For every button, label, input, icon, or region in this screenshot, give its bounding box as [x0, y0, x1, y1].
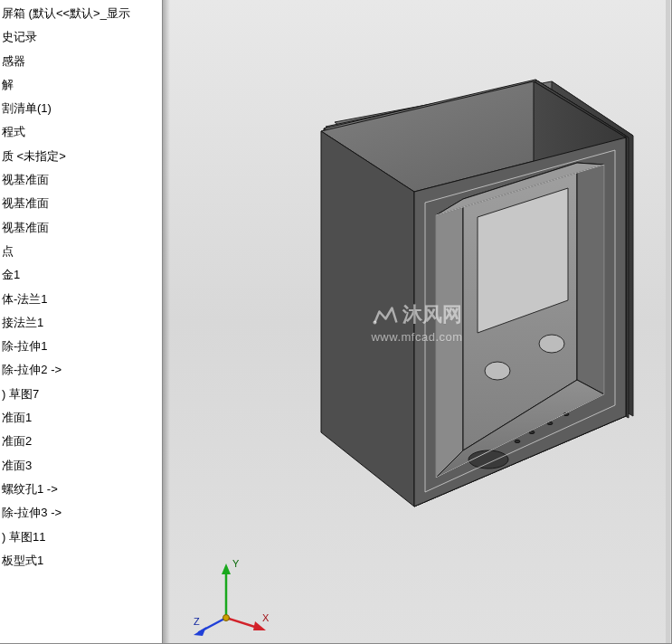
tree-item[interactable]: ) 草图11: [0, 526, 162, 549]
axis-y-label: Y: [232, 558, 240, 569]
tree-item[interactable]: 感器: [0, 50, 162, 73]
tree-item[interactable]: 程式: [0, 120, 162, 144]
tree-item[interactable]: 体-法兰1: [0, 288, 162, 311]
svg-marker-25: [436, 199, 463, 478]
tree-item[interactable]: 屏箱 (默认<<默认>_显示: [0, 2, 162, 25]
app-window: 屏箱 (默认<<默认>_显示 史记录 感器 解 割清单(1) 程式 质 <未指定…: [0, 0, 672, 644]
axis-z-label: Z: [194, 616, 200, 627]
svg-point-32: [539, 335, 564, 353]
tree-item[interactable]: 质 <未指定>: [0, 145, 162, 168]
axis-x-label: X: [262, 612, 270, 623]
tree-item[interactable]: 准面3: [0, 454, 162, 478]
tree-item[interactable]: 解: [0, 73, 162, 97]
feature-tree-panel[interactable]: 屏箱 (默认<<默认>_显示 史记录 感器 解 割清单(1) 程式 质 <未指定…: [0, 0, 163, 643]
tree-item[interactable]: 史记录: [0, 25, 162, 49]
svg-point-33: [469, 450, 508, 469]
svg-point-36: [515, 440, 520, 442]
tree-item[interactable]: 接法兰1: [0, 311, 162, 335]
tree-item[interactable]: 视基准面: [0, 192, 162, 215]
tree-item[interactable]: 板型式1: [0, 549, 162, 573]
svg-point-45: [223, 615, 230, 621]
svg-marker-20: [321, 131, 414, 507]
svg-marker-40: [222, 564, 231, 574]
svg-marker-44: [194, 627, 206, 636]
vertical-scrollbar[interactable]: [666, 0, 670, 643]
tree-item[interactable]: 除-拉伸2 ->: [0, 358, 162, 382]
tree-item[interactable]: 螺纹孔1 ->: [0, 478, 162, 501]
tree-item[interactable]: 准面2: [0, 430, 162, 453]
svg-marker-27: [577, 163, 604, 394]
tree-item[interactable]: ) 草图7: [0, 383, 162, 406]
tree-item[interactable]: 点: [0, 240, 162, 263]
viewport-content[interactable]: 沐风网 www.mfcad.com Y: [163, 0, 671, 643]
orientation-triad[interactable]: Y X Z: [190, 554, 271, 636]
svg-point-31: [485, 362, 510, 380]
tree-item[interactable]: 视基准面: [0, 168, 162, 192]
tree-item[interactable]: 除-拉伸1: [0, 335, 162, 358]
tree-item[interactable]: 除-拉伸3 ->: [0, 501, 162, 525]
tree-item[interactable]: 视基准面: [0, 216, 162, 240]
3d-model[interactable]: [217, 54, 642, 561]
tree-item[interactable]: 割清单(1): [0, 97, 162, 120]
tree-item[interactable]: 金1: [0, 263, 162, 287]
tree-item[interactable]: 准面1: [0, 406, 162, 430]
3d-viewport[interactable]: 沐风网 www.mfcad.com Y: [163, 0, 671, 643]
